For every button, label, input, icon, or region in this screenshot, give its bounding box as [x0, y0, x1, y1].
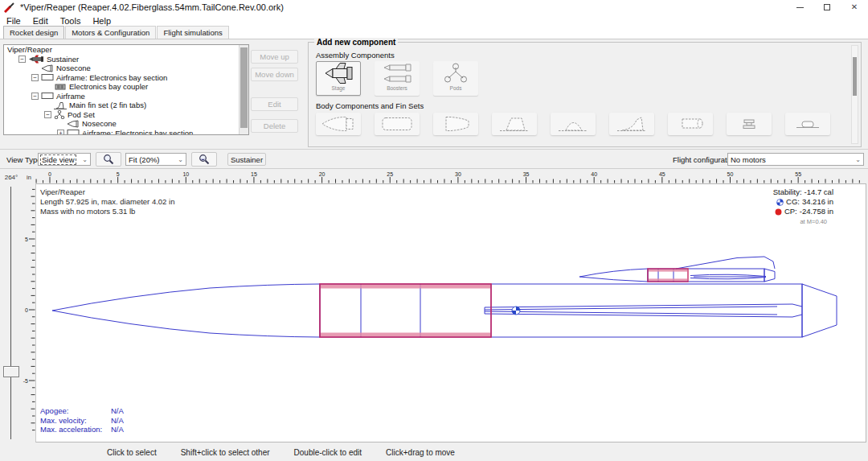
app-icon: [4, 2, 15, 13]
add-component-panel: Add new component Assembly Components St…: [308, 42, 862, 147]
tree-scrollbar-thumb[interactable]: [240, 47, 248, 128]
tree-item-label: Airframe: [56, 92, 85, 101]
design-info: Viper/ReaperLength 57.925 in, max. diame…: [40, 187, 174, 216]
cg-label: CG:: [786, 197, 800, 207]
cg-marker: [512, 307, 520, 315]
unit-label: in: [23, 171, 35, 183]
add-freeform-fin-button[interactable]: [609, 113, 654, 135]
close-button[interactable]: ✕: [841, 0, 868, 14]
tree-item[interactable]: −Airframe: [4, 92, 248, 101]
add-launchlug-button[interactable]: [785, 113, 830, 135]
bodytube-icon2: [378, 115, 416, 133]
flight-config-select[interactable]: No motors ⌄: [727, 153, 864, 166]
menu-item-edit[interactable]: Edit: [33, 16, 48, 26]
tree-item-label: Nosecone: [56, 64, 91, 72]
rotation-slider-track[interactable]: [10, 187, 11, 439]
svg-text:30: 30: [455, 171, 461, 177]
trapezoid-fin-icon: [495, 115, 534, 133]
tree-scrollbar[interactable]: [239, 45, 248, 134]
nosecone-icon2: [319, 115, 358, 133]
stage-toggle-button[interactable]: Sustainer: [227, 153, 266, 166]
maximize-icon: [824, 4, 830, 10]
tree-item[interactable]: +Airframe: Electronics bay section: [4, 129, 248, 136]
component-tree[interactable]: Viper/Reaper−SustainerNosecone−Airframe:…: [3, 44, 249, 135]
tab-motors-configuration[interactable]: Motors & Configuration: [65, 26, 156, 39]
pods-icon: [440, 62, 472, 84]
sim-result-row: Max. velocity:N/A: [40, 416, 124, 426]
magnifier-icon: [103, 154, 114, 165]
menu-item-help[interactable]: Help: [92, 16, 111, 26]
sim-result-value: N/A: [111, 416, 124, 426]
tab-flight-simulations[interactable]: Flight simulations: [157, 26, 228, 39]
design-info-line: Viper/Reaper: [40, 187, 174, 197]
collapse-icon[interactable]: −: [44, 111, 51, 118]
tree-root-item[interactable]: Viper/Reaper: [4, 45, 248, 55]
add-boosters-button[interactable]: Boosters: [375, 61, 420, 96]
zoom-out-button[interactable]: [191, 152, 217, 167]
add-bodytube-button[interactable]: [375, 113, 420, 135]
edit-button[interactable]: Edit: [251, 97, 298, 111]
move-down-button[interactable]: Move down: [251, 68, 298, 81]
bodytube-icon: [67, 129, 80, 135]
selection-highlight: [320, 269, 688, 337]
cp-value: -24.758 in: [800, 207, 833, 216]
add-panel-scrollbar[interactable]: [851, 45, 858, 144]
zoom-in-button[interactable]: [96, 152, 121, 167]
tree-item[interactable]: Nosecone: [4, 64, 248, 73]
rocket-view-canvas[interactable]: Viper/ReaperLength 57.925 in, max. diame…: [35, 183, 866, 442]
design-info-line: Length 57.925 in, max. diameter 4.02 in: [40, 197, 174, 207]
tree-item[interactable]: −Airframe: Electronics bay section: [4, 73, 248, 83]
sim-result-row: Apogee:N/A: [40, 406, 124, 416]
add-stage-label: Stage: [332, 85, 346, 91]
magnifier-icon: [199, 154, 210, 165]
add-nosecone-button[interactable]: [316, 113, 361, 135]
menu-item-tools[interactable]: Tools: [60, 16, 81, 26]
collapse-icon[interactable]: −: [31, 93, 39, 100]
add-transition-button[interactable]: [433, 113, 478, 135]
add-pods-button[interactable]: Pods: [433, 61, 478, 96]
view-type-value: Side view: [41, 155, 76, 164]
add-tubefin-button[interactable]: [668, 113, 713, 135]
stability-label: Stability:: [773, 187, 802, 197]
add-elliptical-fin-button[interactable]: [551, 113, 596, 135]
main-rocket: [52, 284, 837, 337]
delete-button[interactable]: Delete: [251, 119, 298, 133]
add-railbutton-button[interactable]: [727, 113, 772, 135]
horizontal-ruler: 0510152025303540455055: [35, 171, 868, 183]
maximize-button[interactable]: [813, 0, 841, 14]
tree-item[interactable]: Nosecone: [4, 119, 248, 129]
add-stage-button[interactable]: Stage: [316, 61, 361, 96]
tree-root-label: Viper/Reaper: [7, 45, 52, 54]
sim-result-row: Max. acceleration:N/A: [40, 425, 124, 434]
add-panel-scrollbar-thumb[interactable]: [853, 57, 857, 96]
minimize-button[interactable]: [786, 0, 813, 14]
view-controls-bar: View Type: Side view ⌄ Fit (20%) ⌄ Susta…: [0, 150, 868, 169]
tree-item[interactable]: Electronics bay coupler: [4, 82, 248, 92]
sim-result-value: N/A: [111, 425, 124, 434]
tree-item-label: Airframe: Electronics bay section: [56, 73, 167, 82]
sim-result-label: Max. velocity:: [40, 416, 111, 426]
rocket-drawing[interactable]: [36, 184, 866, 442]
zoom-level-select[interactable]: Fit (20%) ⌄: [125, 153, 186, 166]
cp-icon: [775, 208, 782, 216]
chevron-down-icon: ⌄: [853, 156, 861, 163]
status-hint: Double-click to edit: [294, 448, 362, 457]
collapse-icon[interactable]: −: [18, 56, 26, 63]
tree-item[interactable]: −Pod Set: [4, 110, 248, 120]
bodytube-icon: [41, 73, 54, 81]
design-info-line: Mass with no motors 5.31 lb: [40, 207, 174, 216]
menu-item-file[interactable]: File: [6, 16, 21, 26]
tab-rocket-design[interactable]: Rocket design: [3, 26, 64, 39]
mach-note: at M=0.40: [773, 217, 827, 227]
tree-item[interactable]: −Sustainer: [4, 55, 248, 64]
collapse-icon[interactable]: −: [31, 74, 39, 81]
rotation-slider-handle[interactable]: [3, 366, 19, 377]
add-trapezoid-fin-button[interactable]: [492, 113, 537, 135]
tree-item[interactable]: Main fin set (2 fin tabs): [4, 101, 248, 110]
view-type-select[interactable]: Side view ⌄: [38, 153, 91, 166]
expand-icon[interactable]: +: [57, 130, 64, 135]
svg-text:0: 0: [25, 307, 28, 313]
sim-result-label: Apogee:: [40, 406, 111, 416]
move-up-button[interactable]: Move up: [251, 50, 298, 64]
rotation-readout: 264°: [0, 171, 23, 183]
